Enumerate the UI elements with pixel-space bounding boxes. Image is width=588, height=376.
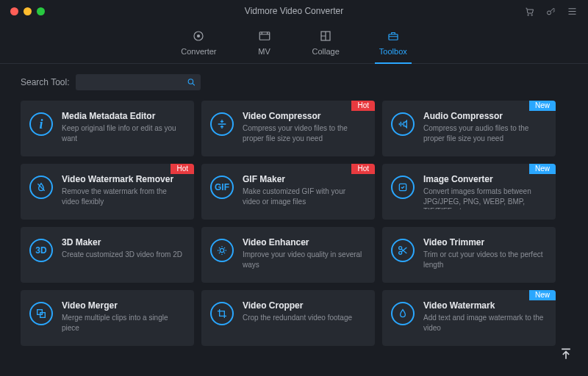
tool-video-watermark[interactable]: NewVideo WatermarkAdd text and image wat… bbox=[382, 290, 556, 346]
collage-icon bbox=[318, 29, 334, 44]
tool-video-trimmer[interactable]: Video TrimmerTrim or cut your videos to … bbox=[382, 227, 556, 283]
key-icon[interactable] bbox=[545, 6, 556, 17]
tool-scroll[interactable]: iMedia Metadata EditorKeep original file… bbox=[21, 101, 567, 376]
tool-desc: Convert images formats between JPG/JPEG,… bbox=[423, 187, 545, 209]
tab-collage[interactable]: Collage bbox=[308, 26, 344, 63]
tool-media-metadata-editor[interactable]: iMedia Metadata EditorKeep original file… bbox=[21, 101, 194, 156]
tab-mv[interactable]: MV bbox=[252, 26, 277, 63]
hot-badge: Hot bbox=[351, 164, 375, 174]
hot-badge: Hot bbox=[351, 101, 375, 111]
zoom-icon[interactable] bbox=[37, 7, 45, 15]
audio-icon bbox=[391, 112, 415, 136]
tool-title: Video Compressor bbox=[243, 111, 365, 121]
tool-image-converter[interactable]: NewImage ConverterConvert images formats… bbox=[382, 164, 556, 220]
menu-icon[interactable] bbox=[567, 6, 578, 17]
tool-video-merger[interactable]: Video MergerMerge multiple clips into a … bbox=[21, 290, 194, 346]
search-icon[interactable] bbox=[187, 78, 196, 87]
tool-3d-maker[interactable]: 3D3D MakerCreate customized 3D video fro… bbox=[21, 227, 194, 283]
tool-title: Media Metadata Editor bbox=[62, 111, 184, 121]
tab-label: Toolbox bbox=[379, 47, 407, 56]
new-badge: New bbox=[529, 101, 556, 111]
gif-icon: GIF bbox=[210, 176, 234, 199]
tool-video-cropper[interactable]: Video CropperCrop the redundant video fo… bbox=[201, 290, 375, 346]
window-controls bbox=[10, 7, 45, 15]
tool-video-watermark-remover[interactable]: HotVideo Watermark RemoverRemove the wat… bbox=[21, 164, 194, 220]
threed-icon: 3D bbox=[29, 239, 53, 262]
water-icon bbox=[391, 302, 415, 325]
tool-grid: iMedia Metadata EditorKeep original file… bbox=[21, 101, 556, 346]
svg-point-10 bbox=[220, 248, 223, 252]
convert-icon bbox=[391, 176, 415, 199]
tool-gif-maker[interactable]: HotGIFGIF MakerMake customized GIF with … bbox=[201, 164, 375, 220]
hot-badge: Hot bbox=[171, 164, 194, 174]
tool-title: Video Cropper bbox=[243, 300, 352, 311]
svg-point-0 bbox=[528, 14, 529, 15]
tool-title: Video Trimmer bbox=[423, 237, 545, 247]
tool-desc: Keep original file info or edit as you w… bbox=[62, 123, 184, 143]
tool-desc: Merge multiple clips into a single piece bbox=[62, 313, 184, 333]
tool-video-compressor[interactable]: HotVideo CompressorCompress your video f… bbox=[201, 101, 375, 156]
tool-title: Video Watermark bbox=[423, 300, 545, 311]
tool-desc: Make customized GIF with your video or i… bbox=[243, 187, 365, 206]
new-badge: New bbox=[529, 164, 556, 174]
tool-desc: Improve your video quality in several wa… bbox=[243, 250, 365, 270]
tab-toolbox[interactable]: Toolbox bbox=[375, 26, 412, 63]
tool-desc: Trim or cut your videos to the perfect l… bbox=[423, 250, 545, 270]
trim-icon bbox=[391, 239, 415, 262]
compress-icon bbox=[210, 112, 234, 136]
crop-icon bbox=[210, 302, 234, 325]
tool-title: Audio Compressor bbox=[423, 111, 545, 121]
tab-label: Collage bbox=[312, 47, 340, 56]
svg-point-1 bbox=[531, 14, 533, 15]
svg-point-8 bbox=[188, 79, 193, 84]
cart-icon[interactable] bbox=[524, 6, 535, 17]
minimize-icon[interactable] bbox=[24, 7, 32, 15]
enhance-icon bbox=[210, 239, 234, 262]
titlebar: Vidmore Video Converter bbox=[0, 0, 588, 22]
toolbox-icon bbox=[385, 29, 401, 44]
info-icon: i bbox=[29, 112, 53, 136]
tool-desc: Create customized 3D video from 2D bbox=[62, 250, 182, 260]
tab-label: Converter bbox=[181, 47, 216, 56]
svg-point-4 bbox=[198, 35, 200, 37]
tool-title: Video Merger bbox=[62, 300, 184, 311]
close-icon[interactable] bbox=[10, 7, 18, 15]
tool-title: GIF Maker bbox=[243, 174, 365, 184]
new-badge: New bbox=[529, 290, 556, 300]
tool-desc: Compress your video files to the proper … bbox=[243, 123, 365, 143]
merge-icon bbox=[29, 302, 53, 325]
tab-converter[interactable]: Converter bbox=[176, 26, 220, 63]
svg-rect-5 bbox=[259, 32, 270, 40]
window-title: Vidmore Video Converter bbox=[0, 6, 588, 16]
tool-audio-compressor[interactable]: NewAudio CompressorCompress your audio f… bbox=[382, 101, 556, 156]
converter-icon bbox=[190, 29, 207, 44]
tool-title: Video Watermark Remover bbox=[62, 174, 184, 184]
svg-point-2 bbox=[548, 10, 551, 14]
tool-title: Image Converter bbox=[423, 174, 545, 184]
tool-desc: Crop the redundant video footage bbox=[243, 313, 352, 323]
svg-rect-7 bbox=[389, 35, 398, 40]
scroll-top-icon[interactable] bbox=[559, 347, 573, 361]
nowater-icon bbox=[29, 176, 53, 199]
main-tabs: ConverterMVCollageToolbox bbox=[0, 22, 588, 64]
tool-desc: Remove the watermark from the video flex… bbox=[62, 187, 184, 206]
search-label: Search Tool: bbox=[21, 77, 70, 87]
tool-title: Video Enhancer bbox=[243, 237, 365, 247]
tool-desc: Compress your audio files to the proper … bbox=[423, 123, 545, 143]
tool-video-enhancer[interactable]: Video EnhancerImprove your video quality… bbox=[201, 227, 375, 283]
search-input[interactable] bbox=[76, 74, 201, 90]
mv-icon bbox=[257, 29, 273, 44]
tool-desc: Add text and image watermark to the vide… bbox=[423, 313, 545, 333]
tool-title: 3D Maker bbox=[62, 237, 182, 247]
tab-label: MV bbox=[258, 47, 270, 56]
